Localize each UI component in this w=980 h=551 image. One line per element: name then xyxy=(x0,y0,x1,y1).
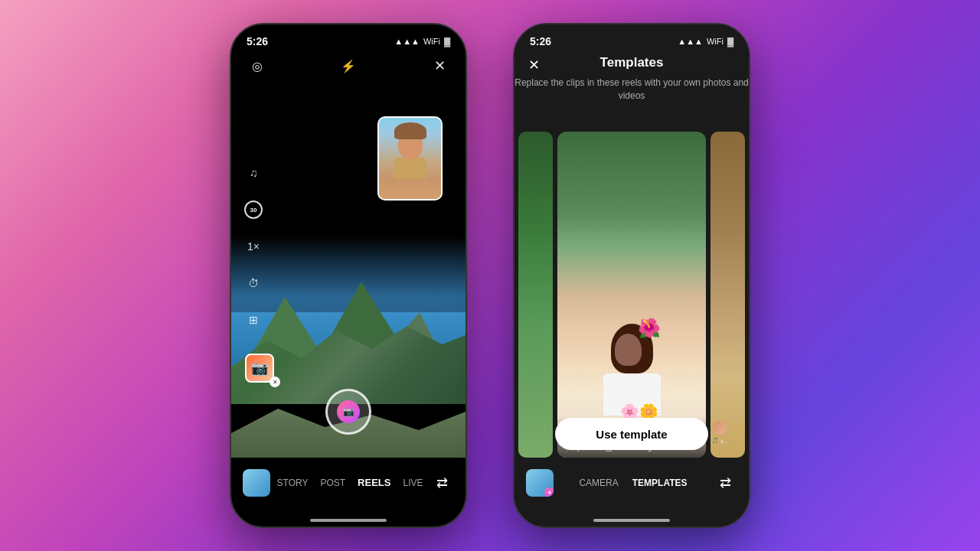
speed-value: 1× xyxy=(247,240,260,253)
use-template-button[interactable]: Use template xyxy=(555,418,708,450)
music-icon[interactable]: ♫ xyxy=(243,162,264,184)
left-tools-panel: ♫ 30 1× ⏱ ⊞ xyxy=(243,162,264,331)
home-indicator-phone1 xyxy=(310,519,387,522)
mode-tabs: STORY POST REELS LIVE xyxy=(277,477,423,488)
speed-icon[interactable]: 1× xyxy=(243,236,264,257)
plus-badge: + xyxy=(544,487,554,497)
status-icons-phone1: ▲▲▲ WiFi ▓ xyxy=(394,37,450,46)
gallery-thumbnail[interactable] xyxy=(243,469,270,497)
templates-subtitle: Replace the clips in these reels with yo… xyxy=(514,77,749,103)
tab-post[interactable]: POST xyxy=(320,478,345,488)
selfie-preview[interactable] xyxy=(377,116,443,201)
wifi-icon-2: WiFi xyxy=(707,37,724,46)
tab-story[interactable]: STORY xyxy=(277,478,309,488)
use-template-label: Use template xyxy=(596,428,667,441)
flip-camera-icon-2[interactable]: ⇄ xyxy=(713,471,737,495)
shutter-inner: 📷 xyxy=(337,400,360,423)
signal-icon-2: ▲▲▲ xyxy=(678,37,703,46)
camera-top-bar: ◎ ⚡ ✕ xyxy=(231,55,466,77)
tab-live[interactable]: LIVE xyxy=(403,478,423,488)
time-phone1: 5:26 xyxy=(247,35,268,47)
time-phone2: 5:26 xyxy=(530,35,551,47)
clock-icon[interactable]: ⏱ xyxy=(243,272,264,294)
status-bar-phone2: 5:26 ▲▲▲ WiFi ▓ xyxy=(514,24,749,52)
templates-bottom-nav: + CAMERA TEMPLATES ⇄ xyxy=(514,461,749,504)
side-audio-text: s... xyxy=(720,439,727,444)
template-card-main[interactable]: 🌺 🌸🌼 xyxy=(557,132,706,458)
template-mode-tabs: CAMERA TEMPLATES xyxy=(579,478,687,488)
battery-icon-2: ▓ xyxy=(727,37,733,46)
side-audio-icon: 🎵 xyxy=(712,438,719,444)
flash-icon[interactable]: ⚡ xyxy=(338,55,359,77)
status-icons-phone2: ▲▲▲ WiFi ▓ xyxy=(678,37,733,46)
battery-icon: ▓ xyxy=(444,37,450,46)
camera-bottom-nav: STORY POST REELS LIVE ⇄ xyxy=(231,461,466,504)
timer-value: 30 xyxy=(250,207,257,214)
status-bar-phone1: 5:26 ▲▲▲ WiFi ▓ xyxy=(231,24,466,52)
phone-2: 5:26 ▲▲▲ WiFi ▓ ✕ Templates Replace the … xyxy=(513,23,750,528)
template-card-right[interactable]: 🎵 s... xyxy=(710,132,745,458)
close-camera-icon[interactable]: ✕ xyxy=(429,55,450,77)
template-cards-container: 🌺 🌸🌼 xyxy=(514,132,749,458)
home-indicator-phone2 xyxy=(593,519,670,522)
templates-title: Templates xyxy=(514,55,749,70)
media-picker-close[interactable]: ✕ xyxy=(270,377,280,387)
flip-camera-icon[interactable]: ⇄ xyxy=(430,471,454,495)
tab-reels[interactable]: REELS xyxy=(358,477,390,488)
template-card-left[interactable] xyxy=(518,132,553,458)
tab-camera[interactable]: CAMERA xyxy=(579,478,618,488)
tab-templates[interactable]: TEMPLATES xyxy=(632,478,688,488)
lens-selector-icon[interactable]: ◎ xyxy=(247,55,268,77)
phone-1: 5:26 ▲▲▲ WiFi ▓ ◎ ⚡ ✕ ♫ 30 1× ⏱ xyxy=(230,23,467,528)
signal-icon: ▲▲▲ xyxy=(394,37,420,46)
timer-icon[interactable]: 30 xyxy=(243,199,264,220)
templates-header: Templates Replace the clips in these ree… xyxy=(514,55,749,103)
wifi-icon: WiFi xyxy=(423,37,440,46)
layout-icon[interactable]: ⊞ xyxy=(243,309,264,331)
gallery-thumbnail-2[interactable]: + xyxy=(526,469,554,497)
shutter-button[interactable]: 📷 xyxy=(325,389,371,435)
